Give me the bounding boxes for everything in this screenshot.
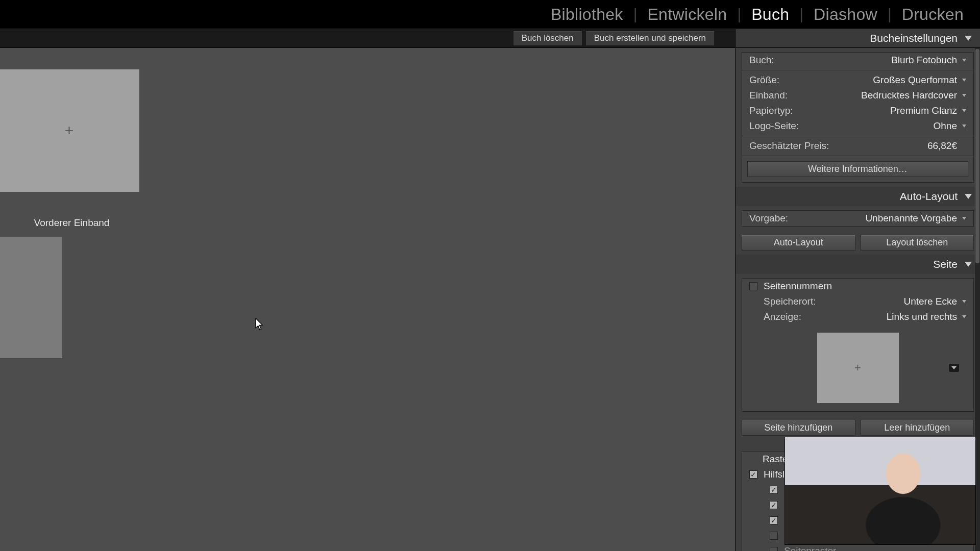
setting-book: Buch:Blurb Fotobuch <box>742 53 973 68</box>
cursor-icon <box>255 318 264 331</box>
paper-dropdown[interactable]: Premium Glanz <box>890 105 966 116</box>
auto-layout-section: Vorgabe:Unbenannte Vorgabe Auto-Layout L… <box>736 206 980 255</box>
clear-layout-button[interactable]: Layout löschen <box>861 235 974 251</box>
page-panel-header[interactable]: Seite <box>736 255 980 274</box>
logopage-dropdown[interactable]: Ohne <box>934 120 966 132</box>
preset-dropdown[interactable]: Unbenannte Vorgabe <box>865 213 966 224</box>
book-settings-header[interactable]: Bucheinstellungen <box>735 29 980 47</box>
collapse-icon <box>965 36 972 41</box>
delete-book-button[interactable]: Buch löschen <box>513 31 582 46</box>
chevron-down-icon <box>962 59 966 62</box>
setting-paper: Papiertyp:Premium Glanz <box>742 103 973 118</box>
module-nav: Bibliothek| Entwickeln| Buch| Diashow| D… <box>0 0 980 29</box>
scrollbar-thumb[interactable] <box>975 49 979 263</box>
guide-sub1-checkbox[interactable] <box>770 486 778 494</box>
add-blank-button[interactable]: Leer hinzufügen <box>861 420 974 436</box>
show-guides-checkbox[interactable] <box>749 470 757 479</box>
plus-icon: + <box>65 122 74 139</box>
chevron-down-icon <box>951 366 957 369</box>
more-info-button[interactable]: Weitere Informationen… <box>747 161 968 177</box>
pagenum-location-dropdown[interactable]: Untere Ecke <box>903 296 966 307</box>
book-type-dropdown[interactable]: Blurb Fotobuch <box>891 55 966 66</box>
chevron-down-icon <box>962 109 966 112</box>
page-numbers-checkbox[interactable] <box>749 282 757 290</box>
auto-layout-button[interactable]: Auto-Layout <box>742 235 855 251</box>
cover-dropdown[interactable]: Bedrucktes Hardcover <box>861 90 966 101</box>
page-layout-preview[interactable]: + <box>817 333 899 403</box>
page-panel-title: Seite <box>933 258 958 270</box>
setting-cover: Einband:Bedrucktes Hardcover <box>742 88 973 103</box>
auto-layout-header[interactable]: Auto-Layout <box>736 187 980 206</box>
page-layout-picker[interactable] <box>949 364 959 372</box>
book-canvas[interactable]: + + er Einband Vorderer Einband <box>0 48 735 551</box>
updown-icon <box>962 300 966 303</box>
nav-library[interactable]: Bibliothek <box>542 5 632 24</box>
create-save-book-button[interactable]: Buch erstellen und speichern <box>585 31 715 46</box>
chevron-down-icon <box>962 94 966 97</box>
book-settings-section: Buch:Blurb Fotobuch Größe:Großes Querfor… <box>736 48 980 187</box>
page-thumbnail[interactable] <box>0 237 62 358</box>
seitenraster-checkbox[interactable] <box>770 547 778 551</box>
add-page-button[interactable]: Seite hinzufügen <box>742 420 855 436</box>
nav-slideshow[interactable]: Diashow <box>804 5 887 24</box>
setting-logopage: Logo-Seite:Ohne <box>742 118 973 134</box>
guide-sub2-checkbox[interactable] <box>770 501 778 509</box>
updown-icon <box>962 315 966 318</box>
page-section: Seitennummern Speicherort:Untere Ecke An… <box>736 274 980 440</box>
guide-sub3-checkbox[interactable] <box>770 516 778 524</box>
nav-book[interactable]: Buch <box>742 5 798 24</box>
chevron-down-icon <box>962 217 966 220</box>
nav-print[interactable]: Drucken <box>893 5 973 24</box>
book-toolbar: Buch löschen Buch erstellen und speicher… <box>0 29 980 48</box>
front-cover-page[interactable]: + <box>0 69 139 192</box>
nav-develop[interactable]: Entwickeln <box>638 5 736 24</box>
collapse-icon <box>965 262 972 267</box>
chevron-down-icon <box>962 124 966 128</box>
collapse-icon <box>965 194 972 199</box>
size-dropdown[interactable]: Großes Querformat <box>873 74 966 86</box>
page-numbers-label: Seitennummern <box>764 281 832 292</box>
plus-icon: + <box>854 361 861 374</box>
setting-size: Größe:Großes Querformat <box>742 72 973 88</box>
estimated-price: Geschätzter Preis:66,82€ <box>742 138 973 154</box>
pagenum-display-dropdown[interactable]: Links und rechts <box>887 311 966 322</box>
front-cover-label: Vorderer Einband <box>2 217 142 229</box>
auto-layout-title: Auto-Layout <box>900 190 958 203</box>
cover-spread: + + er Einband Vorderer Einband <box>0 69 139 192</box>
fulltext-checkbox[interactable] <box>770 532 778 540</box>
webcam-overlay <box>785 437 976 545</box>
book-settings-title: Bucheinstellungen <box>870 32 958 44</box>
chevron-down-icon <box>962 79 966 82</box>
presenter-video <box>785 437 975 544</box>
